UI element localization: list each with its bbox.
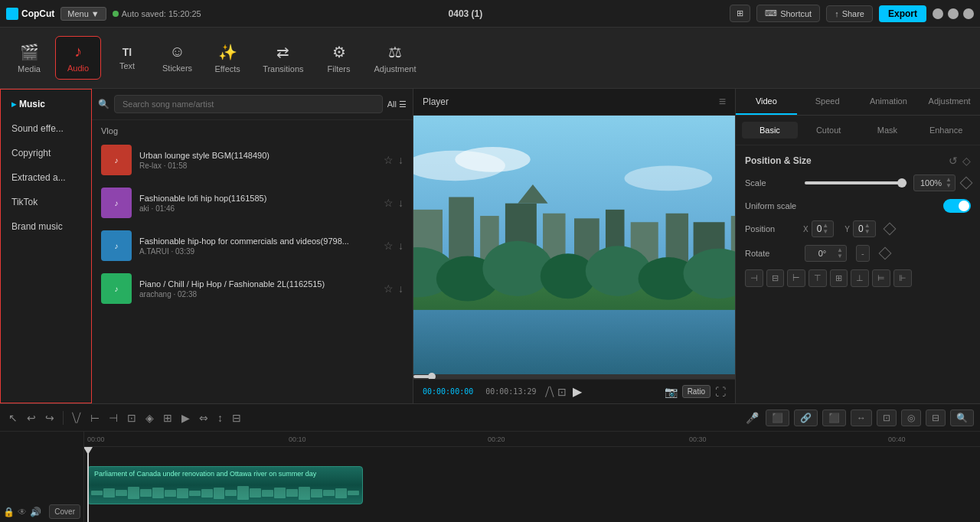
display-settings-button[interactable]: ⊞	[730, 5, 750, 22]
tab-adjustment[interactable]: Adjustment	[919, 89, 980, 115]
volume-track-button[interactable]: 🔊	[30, 507, 41, 517]
align-left-button[interactable]: ⊣	[745, 269, 763, 287]
crop-button[interactable]: ⊡	[125, 409, 139, 426]
tool-adjustment[interactable]: ⚖ Adjustment	[365, 37, 426, 80]
lock-track-button[interactable]: 🔒	[3, 507, 15, 517]
align-center-v-button[interactable]: ⊞	[830, 269, 848, 287]
all-filter-button[interactable]: All ☰	[387, 100, 407, 109]
rotate-down-button[interactable]: ▼	[837, 253, 843, 259]
timeline-icon-btn-2[interactable]: 🔗	[794, 409, 818, 426]
sidebar-item-extracted[interactable]: Extracted a...	[4, 166, 88, 189]
tool-stickers[interactable]: ☺ Stickers	[153, 37, 201, 79]
flip-v-button[interactable]: ↕	[215, 409, 225, 426]
rotate-flip-button[interactable]: -	[856, 245, 870, 262]
timeline-icon-btn-5[interactable]: ⊡	[877, 409, 897, 426]
play-button[interactable]: ▶	[573, 384, 582, 399]
ratio-button[interactable]: Ratio	[682, 385, 710, 398]
sidebar-item-tiktok[interactable]: TikTok	[4, 191, 88, 214]
keyframe-button[interactable]: ◇	[962, 155, 971, 167]
align-extra1-button[interactable]: ⊨	[872, 269, 890, 287]
flip-h-button[interactable]: ⇔	[197, 409, 211, 426]
uniform-scale-toggle[interactable]	[943, 199, 971, 213]
subtab-cutout[interactable]: Cutout	[801, 122, 857, 139]
song-item-1[interactable]: ♪ Fashionable lofi hip hop(1161585) aki …	[92, 181, 413, 224]
menu-button[interactable]: Menu ▼	[60, 7, 106, 21]
sidebar-item-copyright[interactable]: Copyright	[4, 142, 88, 165]
align-bottom-button[interactable]: ⊥	[851, 269, 869, 287]
tool-filters[interactable]: ⚙ Filters	[316, 37, 362, 80]
tool-transitions[interactable]: ⇄ Transitions	[253, 37, 312, 80]
reset-button[interactable]: ↺	[949, 155, 958, 167]
timeline-icon-btn-4[interactable]: ↔	[851, 409, 872, 426]
share-button[interactable]: ↑ Share	[826, 5, 873, 22]
maximize-button[interactable]	[948, 8, 959, 19]
export-button[interactable]: Export	[879, 5, 926, 22]
align-extra2-button[interactable]: ⊩	[893, 269, 912, 287]
zoom-button[interactable]: 🔍	[950, 409, 974, 426]
download-button-3[interactable]: ↓	[398, 282, 403, 295]
tab-video[interactable]: Video	[736, 89, 797, 115]
scale-slider[interactable]	[805, 181, 907, 184]
minimize-button[interactable]	[933, 8, 943, 19]
favorite-button-3[interactable]: ☆	[384, 282, 394, 295]
y-down-button[interactable]: ▼	[864, 229, 871, 235]
song-item-2[interactable]: ♪ Fashionable hip-hop for commercials an…	[92, 224, 413, 267]
timeline-icon-btn-3[interactable]: ⬛	[822, 409, 846, 426]
tab-speed[interactable]: Speed	[797, 89, 858, 115]
download-button-0[interactable]: ↓	[398, 154, 403, 166]
player-menu-button[interactable]: ≡	[719, 95, 726, 109]
timeline-icon-btn-1[interactable]: ⬛	[766, 409, 789, 426]
favorite-button-0[interactable]: ☆	[384, 154, 394, 166]
x-down-button[interactable]: ▼	[822, 229, 828, 235]
freeze-button[interactable]: ◈	[143, 409, 156, 426]
play-tl-button[interactable]: ▶	[179, 409, 192, 426]
align-right-button[interactable]: ⊢	[787, 269, 805, 287]
song-item-0[interactable]: ♪ Urban lounge style BGM(1148490) Re-lax…	[92, 139, 413, 181]
timeline-icon-btn-6[interactable]: ◎	[901, 409, 921, 426]
sidebar-item-brand-music[interactable]: Brand music	[4, 215, 88, 238]
video-clip[interactable]: Parliament of Canada under renovation an…	[87, 466, 363, 504]
close-button[interactable]	[963, 8, 974, 19]
trim-left-button[interactable]: ⊢	[88, 409, 102, 426]
subtab-enhance[interactable]: Enhance	[918, 122, 974, 139]
subtab-basic[interactable]: Basic	[742, 122, 798, 139]
video-scrubber[interactable]	[413, 374, 735, 379]
split-button[interactable]: ⊡	[557, 386, 567, 398]
fullscreen-button[interactable]: ⛶	[715, 386, 726, 398]
tool-text[interactable]: TI Text	[104, 40, 150, 77]
split-tool-button[interactable]: ⧹⧸	[70, 409, 83, 426]
sidebar-item-sound-effects[interactable]: Sound effe...	[4, 117, 88, 140]
download-button-2[interactable]: ↓	[398, 240, 403, 252]
redo-button[interactable]: ↪	[43, 409, 57, 426]
tool-effects[interactable]: ✨ Effects	[204, 37, 250, 80]
camera-button[interactable]: 📷	[665, 386, 678, 398]
favorite-button-1[interactable]: ☆	[384, 197, 394, 209]
position-keyframe-diamond[interactable]	[883, 223, 896, 236]
search-input[interactable]	[114, 95, 383, 113]
download-button-1[interactable]: ↓	[398, 197, 403, 209]
align-center-h-button[interactable]: ⊟	[766, 269, 784, 287]
loop-button[interactable]: ⊞	[161, 409, 175, 426]
cut-button[interactable]: ⧸⧹	[545, 385, 554, 398]
select-tool-button[interactable]: ↖	[6, 409, 20, 426]
mic-button[interactable]: 🎤	[743, 409, 761, 426]
sidebar-item-music[interactable]: Music	[4, 93, 88, 116]
shortcut-button[interactable]: ⌨ Shortcut	[756, 5, 820, 22]
timeline-icon-btn-7[interactable]: ⊟	[926, 409, 946, 426]
align-top-button[interactable]: ⊤	[808, 269, 827, 287]
tool-media[interactable]: 🎬 Media	[6, 37, 52, 80]
eye-track-button[interactable]: 👁	[18, 507, 27, 517]
playhead[interactable]	[87, 447, 89, 522]
tool-audio[interactable]: ♪ Audio	[55, 36, 101, 80]
tab-animation[interactable]: Animation	[858, 89, 920, 115]
cover-button[interactable]: Cover	[49, 504, 80, 519]
song-item-3[interactable]: ♪ Piano / Chill / Hip Hop / Fashionable …	[92, 267, 413, 310]
favorite-button-2[interactable]: ☆	[384, 240, 394, 252]
scale-keyframe-diamond[interactable]	[960, 177, 973, 190]
trim-right-button[interactable]: ⊣	[106, 409, 120, 426]
scale-down-button[interactable]: ▼	[946, 183, 952, 189]
subtab-mask[interactable]: Mask	[860, 122, 916, 139]
rotate-keyframe-diamond[interactable]	[878, 247, 891, 260]
undo-button[interactable]: ↩	[24, 409, 38, 426]
crop2-button[interactable]: ⊟	[230, 409, 243, 426]
